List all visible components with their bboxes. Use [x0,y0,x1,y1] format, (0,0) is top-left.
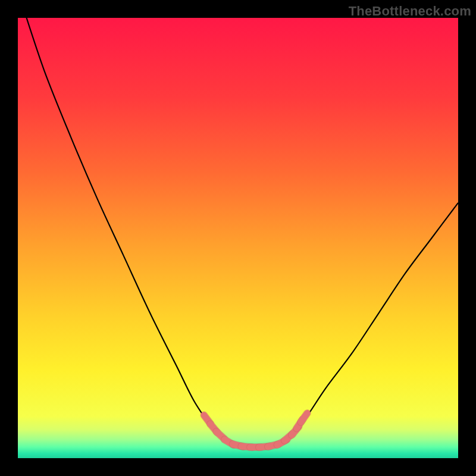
chart-frame: TheBottleneck.com [0,0,476,476]
bottleneck-chart [18,18,458,458]
plot-area [18,18,458,458]
watermark-text: TheBottleneck.com [349,4,471,19]
gradient-background [18,18,458,458]
